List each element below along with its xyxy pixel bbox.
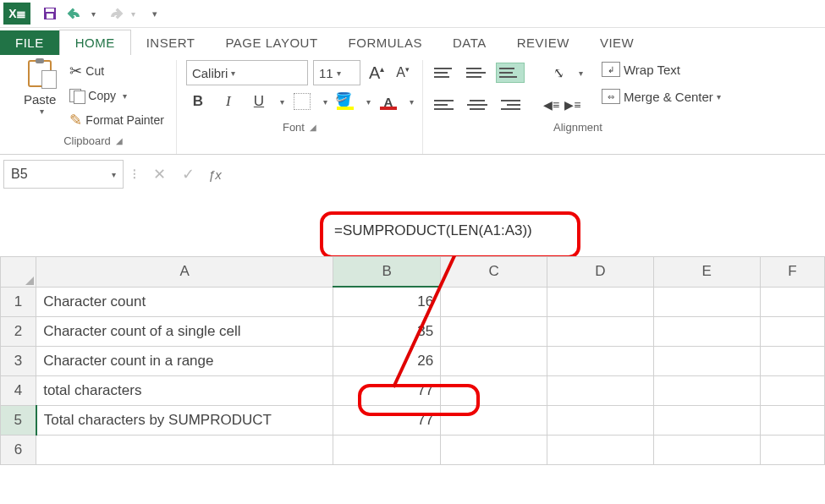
tab-view[interactable]: VIEW xyxy=(585,30,649,55)
cell[interactable] xyxy=(760,287,824,317)
column-header-D[interactable]: D xyxy=(547,257,654,288)
cell[interactable] xyxy=(547,406,654,436)
font-dialog-launcher-icon[interactable]: ◢ xyxy=(310,123,316,132)
cell[interactable] xyxy=(441,406,547,436)
italic-button[interactable]: I xyxy=(216,89,241,114)
copy-button[interactable]: Copy ▾ xyxy=(66,87,168,104)
cell[interactable] xyxy=(441,436,547,465)
cell[interactable] xyxy=(441,347,547,376)
cell[interactable]: Total characters by SUMPRODUCT xyxy=(36,406,333,436)
row-header[interactable]: 2 xyxy=(1,317,36,347)
row-header[interactable]: 5 xyxy=(1,406,36,436)
cell[interactable] xyxy=(547,347,654,376)
cell[interactable] xyxy=(760,376,824,406)
tab-file[interactable]: FILE xyxy=(0,30,59,55)
cancel-formula-button[interactable]: ✕ xyxy=(146,161,173,188)
cell[interactable] xyxy=(441,317,547,347)
cell[interactable] xyxy=(653,406,760,436)
formula-bar-input[interactable] xyxy=(228,161,822,188)
enter-formula-button[interactable]: ✓ xyxy=(174,161,201,188)
redo-button[interactable] xyxy=(104,3,126,25)
font-size-select[interactable]: 11 ▾ xyxy=(313,60,360,85)
fill-more-icon[interactable]: ▾ xyxy=(366,97,371,107)
cell[interactable] xyxy=(760,436,824,465)
row-header[interactable]: 1 xyxy=(1,287,36,317)
cut-button[interactable]: ✂ Cut xyxy=(66,60,168,82)
cell[interactable]: Character count xyxy=(36,287,333,317)
column-header-E[interactable]: E xyxy=(653,257,760,288)
cell[interactable] xyxy=(653,287,760,317)
underline-more-icon[interactable]: ▾ xyxy=(280,97,284,107)
paste-more-icon[interactable]: ▾ xyxy=(40,107,44,116)
insert-function-button[interactable]: ƒx xyxy=(203,167,227,182)
paste-button[interactable]: Paste ▾ xyxy=(19,60,61,116)
font-color-button[interactable]: A xyxy=(376,89,401,114)
row-header[interactable]: 4 xyxy=(1,376,36,406)
merge-center-button[interactable]: ⇔ Merge & Center ▾ xyxy=(598,87,724,106)
column-header-A[interactable]: A xyxy=(36,257,333,288)
redo-more-icon[interactable]: ▾ xyxy=(131,9,135,19)
cell[interactable]: 77 xyxy=(333,376,441,406)
align-center-button[interactable] xyxy=(464,96,491,114)
decrease-font-button[interactable]: A▾ xyxy=(393,65,413,80)
tab-formulas[interactable]: FORMULAS xyxy=(333,30,437,55)
cell[interactable] xyxy=(441,287,547,317)
tab-home[interactable]: HOME xyxy=(59,30,131,55)
cell[interactable] xyxy=(547,287,654,317)
bold-button[interactable]: B xyxy=(185,89,211,114)
tab-page-layout[interactable]: PAGE LAYOUT xyxy=(210,30,333,55)
cell[interactable] xyxy=(547,436,654,465)
cell[interactable] xyxy=(36,436,333,465)
name-box[interactable]: B5 ▾ xyxy=(3,160,124,189)
align-bottom-button[interactable] xyxy=(496,63,525,83)
borders-more-icon[interactable]: ▾ xyxy=(323,97,327,107)
orientation-button[interactable]: ⤡ xyxy=(545,60,570,85)
cell[interactable]: Character count in a range xyxy=(36,347,333,376)
font-color-more-icon[interactable]: ▾ xyxy=(410,97,414,107)
align-left-button[interactable] xyxy=(432,96,459,114)
cell-selected[interactable]: 77 xyxy=(333,406,441,436)
format-painter-button[interactable]: ✎ Format Painter xyxy=(66,109,168,131)
decrease-indent-button[interactable]: ◀≡ xyxy=(543,98,559,112)
cell[interactable] xyxy=(653,317,760,347)
cell[interactable] xyxy=(653,347,760,376)
row-header[interactable]: 6 xyxy=(1,436,36,465)
align-top-button[interactable] xyxy=(432,63,459,82)
column-header-B[interactable]: B xyxy=(333,257,441,288)
cell[interactable]: Character count of a single cell xyxy=(36,317,333,347)
increase-indent-button[interactable]: ▶≡ xyxy=(564,98,580,112)
orientation-more-icon[interactable]: ▾ xyxy=(579,68,583,78)
cell[interactable]: 16 xyxy=(333,287,441,317)
align-middle-button[interactable] xyxy=(464,63,491,82)
save-button[interactable] xyxy=(39,3,61,25)
tab-insert[interactable]: INSERT xyxy=(131,30,211,55)
tab-data[interactable]: DATA xyxy=(437,30,502,55)
cell[interactable] xyxy=(760,317,824,347)
cell[interactable]: 35 xyxy=(333,317,441,347)
fill-color-button[interactable]: 🪣 xyxy=(333,89,358,114)
wrap-text-button[interactable]: ↲ Wrap Text xyxy=(598,60,724,79)
align-right-button[interactable] xyxy=(496,96,523,114)
tab-review[interactable]: REVIEW xyxy=(502,30,585,55)
cell[interactable] xyxy=(547,376,654,406)
cell[interactable] xyxy=(547,317,654,347)
borders-button[interactable] xyxy=(289,89,315,114)
font-name-select[interactable]: Calibri ▾ xyxy=(186,60,308,85)
cell[interactable] xyxy=(653,436,760,465)
cell[interactable] xyxy=(333,436,441,465)
increase-font-button[interactable]: A▴ xyxy=(366,63,388,83)
merge-more-icon[interactable]: ▾ xyxy=(717,92,721,101)
cell[interactable]: total characters xyxy=(36,376,333,406)
undo-more-icon[interactable]: ▾ xyxy=(91,9,96,19)
cell[interactable] xyxy=(441,376,547,406)
clipboard-dialog-launcher-icon[interactable]: ◢ xyxy=(116,136,123,145)
column-header-C[interactable]: C xyxy=(441,257,547,288)
cell[interactable]: 26 xyxy=(333,347,441,376)
qat-customize-icon[interactable]: ▾ xyxy=(144,3,166,25)
row-header[interactable]: 3 xyxy=(1,347,36,376)
cell[interactable] xyxy=(653,376,760,406)
column-header-F[interactable]: F xyxy=(760,257,824,288)
select-all-corner[interactable] xyxy=(1,257,36,288)
underline-button[interactable]: U xyxy=(246,89,272,114)
cell[interactable] xyxy=(760,347,824,376)
